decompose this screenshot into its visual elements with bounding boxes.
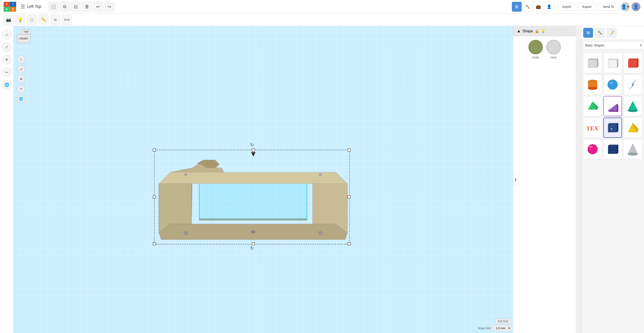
mirror-button[interactable]: ⟺ [62, 15, 72, 25]
svg-marker-44 [628, 60, 637, 68]
svg-rect-1 [153, 148, 156, 151]
svg-point-50 [610, 82, 613, 84]
undo-button[interactable]: ↩ [93, 2, 103, 12]
home-nav-button[interactable]: ⌂ [17, 55, 25, 63]
zoom-in-nav-button[interactable]: + [17, 75, 25, 83]
project-title: Left Top [27, 4, 41, 9]
svg-marker-53 [608, 104, 617, 111]
fit-nav-button[interactable]: ⤢ [17, 65, 25, 73]
shape-lock-icon[interactable]: 🔒 [535, 29, 539, 33]
svg-marker-41 [608, 60, 617, 68]
snap-grid-area: Snap Grid 1.0 mm 0.5 mm 2.0 mm [478, 325, 511, 331]
svg-point-57 [628, 109, 638, 112]
svg-point-71 [628, 153, 638, 156]
view-build-button[interactable]: 🔨 [522, 2, 532, 12]
shape-item-cone-gray[interactable] [623, 139, 642, 159]
cube-front-face[interactable]: FRONT [17, 34, 30, 43]
svg-marker-20 [199, 218, 307, 220]
shape-item-box-striped[interactable] [604, 53, 622, 73]
svg-point-65 [588, 144, 598, 154]
svg-marker-42 [617, 58, 618, 68]
shape-item-box1[interactable] [583, 53, 602, 73]
shape-item-wave[interactable] [623, 74, 642, 95]
view-briefcase-button[interactable]: 💼 [534, 2, 543, 12]
3d-object[interactable]: ↻ ↻ [152, 139, 354, 251]
zoom-out-nav-button[interactable]: − [17, 85, 25, 93]
new-shape-button[interactable]: ⬜ [48, 2, 58, 12]
svg-rect-8 [348, 196, 350, 198]
select-button[interactable]: ⬡ [27, 15, 37, 25]
redo-button[interactable]: ↪ [104, 2, 114, 12]
logo-i: I [10, 2, 16, 7]
delete-button[interactable]: 🗑 [82, 2, 92, 12]
viewport[interactable]: TOP FRONT ⌂ ⤢ + − 🌐 [14, 26, 513, 333]
svg-point-25 [319, 173, 322, 176]
shape-item-box-navy[interactable]: ↖ [604, 118, 622, 138]
shape-item-cylinder[interactable] [583, 74, 602, 95]
edit-grid-button[interactable]: Edit Grid [495, 319, 511, 324]
hole-label: Hole [550, 56, 556, 59]
view-grid-button[interactable]: ⊞ [512, 2, 522, 12]
logo-k: K [10, 7, 16, 12]
shape-item-cone-teal[interactable] [623, 96, 642, 116]
light-button[interactable]: 💡 [15, 15, 25, 25]
svg-point-48 [588, 87, 597, 90]
user-area: 👤+ 👤 [621, 2, 640, 11]
shapes-notes-button[interactable]: 📝 [606, 28, 616, 38]
zoom-out-button[interactable]: − [2, 67, 12, 77]
import-button[interactable]: Import [558, 3, 576, 10]
view-adduser-button[interactable]: 👤 [544, 2, 554, 12]
shape-item-cube-red[interactable] [623, 53, 642, 73]
measure-button[interactable]: 📏 [38, 15, 48, 25]
expand-button[interactable]: ⤢ [2, 42, 12, 52]
group-button[interactable]: ⧉ [60, 2, 70, 12]
svg-marker-30 [597, 58, 598, 68]
top-bar: T I N K ☰ Left Top ⬜ ⧉ ⊟ 🗑 ↩ ↪ ⊞ 🔨 💼 👤 I… [0, 0, 644, 14]
shape-item-box-dark[interactable] [604, 139, 622, 159]
shapes-grid-view-button[interactable]: ⊞ [583, 28, 593, 38]
svg-text:TEXT: TEXT [586, 125, 599, 132]
app-logo[interactable]: T I N K [4, 2, 16, 12]
solid-label: Solid [532, 56, 539, 59]
svg-rect-7 [153, 196, 156, 198]
cube-top-face[interactable]: TOP [22, 30, 30, 34]
export-button[interactable]: Export [578, 3, 596, 10]
shape-item-text[interactable]: TEXT [583, 118, 602, 138]
rotate-nav-button[interactable]: 🌐 [17, 95, 25, 103]
shape-header-arrow[interactable]: ▲ [517, 29, 521, 34]
avatar[interactable]: 👤 [632, 2, 640, 11]
collapse-panel-button[interactable]: ❯ [513, 174, 518, 185]
shapes-category-dropdown[interactable]: Basic Shapes Featured Letters Connectors [583, 42, 644, 49]
solid-shape-option[interactable]: Solid [528, 40, 543, 59]
title-area: ☰ Left Top [21, 4, 41, 10]
camera-button[interactable]: 📷 [4, 15, 14, 25]
shape-item-sphere[interactable] [604, 74, 622, 95]
align-button[interactable]: ⧈ [50, 15, 60, 25]
svg-text:↖: ↖ [610, 127, 613, 131]
shape-item-pyramid-green[interactable] [583, 96, 602, 116]
menu-icon[interactable]: ☰ [21, 4, 25, 10]
svg-point-26 [251, 231, 255, 233]
logo-n: N [4, 7, 10, 12]
shapes-grid: Wedge TEXT [582, 51, 644, 333]
add-user-icon[interactable]: 👤+ [621, 2, 630, 11]
toolbar-left: ⬜ ⧉ ⊟ 🗑 ↩ ↪ [48, 2, 114, 12]
shape-item-sphere-pink[interactable] [583, 139, 602, 159]
svg-rect-4 [153, 242, 156, 245]
main-area: ⌂ ⤢ + − 🌐 TOP FRONT ⌂ ⤢ + − 🌐 [0, 26, 644, 333]
snap-grid-select[interactable]: 1.0 mm 0.5 mm 2.0 mm [493, 325, 511, 331]
shapes-build-button[interactable]: 🔨 [595, 28, 605, 38]
globe-button[interactable]: 🌐 [2, 80, 12, 90]
zoom-in-button[interactable]: + [2, 55, 12, 65]
hole-shape-option[interactable]: Hole [546, 40, 561, 59]
shape-light-icon[interactable]: 💡 [541, 29, 546, 33]
send-to-button[interactable]: Send To [598, 3, 619, 10]
toolbar-right: ⊞ 🔨 💼 👤 Import Export Send To 👤+ 👤 [512, 2, 640, 12]
home-button[interactable]: ⌂ [2, 30, 12, 40]
svg-point-24 [184, 173, 187, 176]
shape-item-pyramid-yellow[interactable] [623, 118, 642, 138]
ungroup-button[interactable]: ⊟ [71, 2, 81, 12]
cube-front-label: FRONT [20, 37, 28, 40]
shape-panel: ▲ Shape 🔒 💡 Solid Hole [513, 26, 576, 333]
shape-item-wedge[interactable]: Wedge [604, 96, 622, 116]
